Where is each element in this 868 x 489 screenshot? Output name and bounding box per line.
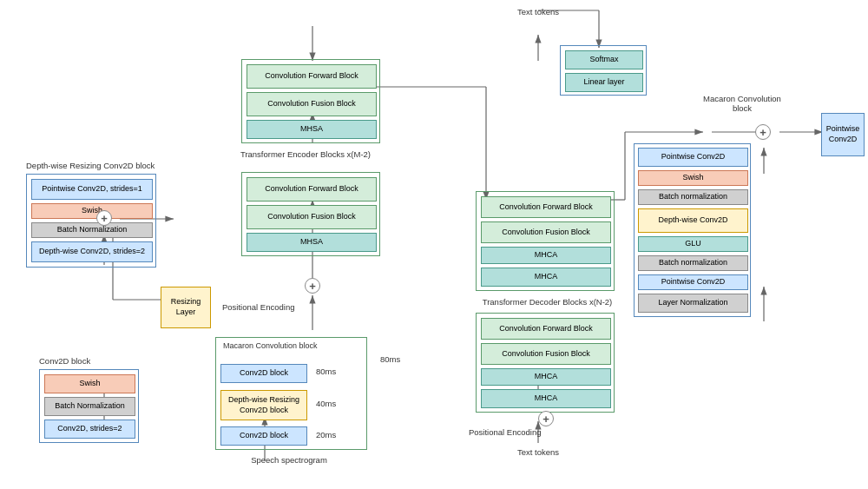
encoder-top-outer: Convolution Forward Block Convolution Fu… <box>241 59 380 143</box>
pointwise-conv2d-s1: Pointwise Conv2D, strides=1 <box>31 179 153 200</box>
macaron-label: Macaron Convolution block <box>223 341 318 350</box>
conv2d-strides2-block: Conv2D, strides=2 <box>44 420 135 439</box>
pointwise-conv2d-r2-block: Pointwise Conv2D <box>638 274 748 290</box>
positional-encoding2-caption: Positional Encoding <box>469 427 541 437</box>
depth-resizing-outer: Pointwise Conv2D, strides=1 Swish Batch … <box>26 174 156 268</box>
plus-left: + <box>96 210 112 226</box>
swish-block: Swish <box>44 374 135 393</box>
depth-wise-conv2d-r: Depth-wise Conv2D <box>638 208 748 233</box>
conv-fusion-block3: Convolution Fusion Block <box>481 221 611 243</box>
conv-forward-block4: Convolution Forward Block <box>481 318 611 340</box>
softmax-outer: Softmax Linear layer <box>560 45 647 96</box>
diagram: Conv2D block Swish Batch Normalization C… <box>0 0 868 489</box>
mhsa2-block: MHSA <box>247 233 377 252</box>
batch-norm-block: Batch Normalization <box>44 397 135 416</box>
ms-80-label: 80ms <box>380 354 400 364</box>
depth-resizing-inner: Depth-wise Resizing Conv2D block <box>220 390 307 420</box>
encoder-bottom-outer: Convolution Forward Block Convolution Fu… <box>241 172 380 256</box>
plus-right: + <box>755 124 771 140</box>
macaron-conv-block2-caption: Macaron Convolution block <box>703 94 781 113</box>
pointwise-conv2d-final-block: Pointwise Conv2D <box>821 113 865 156</box>
conv2d-inner2-block: Conv2D block <box>220 426 307 446</box>
macaron-conv-outer: Macaron Convolution block Conv2D block 8… <box>215 337 367 450</box>
conv-forward-block2: Convolution Forward Block <box>247 177 377 202</box>
decoder-bottom-outer: Convolution Forward Block Convolution Fu… <box>476 313 615 413</box>
ms-40: 40ms <box>316 399 336 408</box>
softmax-block: Softmax <box>565 50 643 69</box>
conv-fusion-block1: Convolution Fusion Block <box>247 92 377 116</box>
batch-norm-r2-block: Batch normalization <box>638 255 748 271</box>
resizing-layer-block: Resizing Layer <box>161 287 211 328</box>
pointwise-conv2d-r: Pointwise Conv2D <box>638 148 748 167</box>
ms-80b: 80ms <box>316 367 336 376</box>
transformer-encoder-caption: Transformer Encoder Blocks x(M-2) <box>236 149 375 159</box>
plus-decoder: + <box>538 411 554 426</box>
depth-resizing-caption: Depth-wise Resizing Conv2D block <box>26 161 155 170</box>
linear-layer-block: Linear layer <box>565 73 643 92</box>
text-tokens-top-caption: Text tokens <box>495 7 582 17</box>
macaron-right-outer: Pointwise Conv2D Swish Batch normalizati… <box>634 143 751 317</box>
text-tokens-bottom-caption: Text tokens <box>495 447 582 457</box>
swish-r-block: Swish <box>638 170 748 186</box>
positional-encoding-caption: Positional Encoding <box>222 302 294 312</box>
decoder-top-outer: Convolution Forward Block Convolution Fu… <box>476 191 615 291</box>
mhsa1-block: MHSA <box>247 120 377 139</box>
mhca2-block: MHCA <box>481 268 611 287</box>
plus-encoder: + <box>305 278 320 294</box>
batch-norm-r-block: Batch normalization <box>638 189 748 205</box>
layer-norm-r-block: Layer Normalization <box>638 294 748 313</box>
batch-norm2-block: Batch Normalization <box>31 222 153 238</box>
conv2d-block-caption: Conv2D block <box>39 356 90 366</box>
conv-fusion-block2: Convolution Fusion Block <box>247 205 377 229</box>
depth-wise-conv2d-s2: Depth-wise Conv2D, strides=2 <box>31 241 153 262</box>
mhca1-block: MHCA <box>481 247 611 264</box>
ms-20: 20ms <box>316 430 336 439</box>
conv-forward-block1: Convolution Forward Block <box>247 64 377 89</box>
swish2-block: Swish <box>31 203 153 219</box>
mhca3-block: MHCA <box>481 368 611 386</box>
conv-fusion-block4: Convolution Fusion Block <box>481 343 611 365</box>
speech-spectrogram-caption: Speech spectrogram <box>215 455 363 465</box>
conv-forward-block3: Convolution Forward Block <box>481 196 611 218</box>
conv2d-block-outer: Swish Batch Normalization Conv2D, stride… <box>39 369 139 443</box>
mhca4-block: MHCA <box>481 389 611 408</box>
conv2d-inner-block: Conv2D block <box>220 364 307 383</box>
glu-r-block: GLU <box>638 236 748 252</box>
transformer-decoder-caption: Transformer Decoder Blocks x(N-2) <box>476 297 619 307</box>
